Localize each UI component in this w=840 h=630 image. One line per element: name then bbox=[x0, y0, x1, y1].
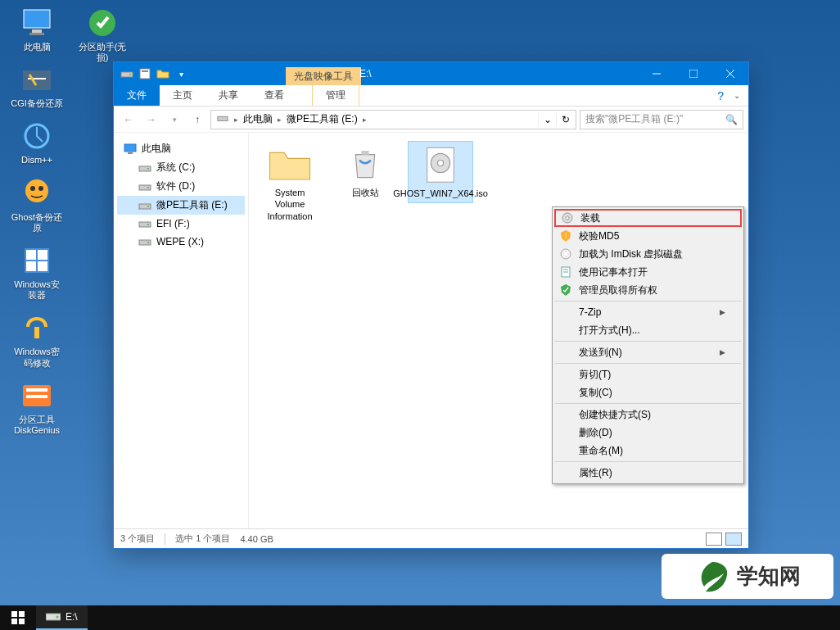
file-svi[interactable]: System Volume Information bbox=[257, 141, 323, 225]
file-label: 回收站 bbox=[352, 187, 379, 198]
sidebar-drive-x[interactable]: WEPE (X:) bbox=[117, 233, 245, 251]
desktop-icon-label: 此电脑 bbox=[24, 42, 51, 52]
search-icon[interactable]: 🔍 bbox=[725, 114, 738, 125]
sidebar-this-pc[interactable]: 此电脑 bbox=[117, 139, 245, 158]
desktop-icon-win-password-icon bbox=[20, 310, 54, 345]
chevron-right-icon[interactable]: ▸ bbox=[233, 116, 240, 124]
maximize-button[interactable] bbox=[675, 62, 711, 85]
svg-rect-3 bbox=[23, 70, 51, 90]
sidebar-drive-d[interactable]: 软件 (D:) bbox=[117, 177, 245, 196]
svg-rect-11 bbox=[26, 261, 36, 271]
tab-file[interactable]: 文件 bbox=[114, 84, 160, 106]
breadcrumb[interactable]: ▸ 此电脑 ▸ 微PE工具箱 (E:) ▸ ⌄ ↻ bbox=[210, 110, 576, 129]
nav-recent-button[interactable]: ▾ bbox=[165, 110, 184, 129]
view-icons-button[interactable] bbox=[725, 533, 742, 546]
desktop-icon-dism[interactable]: Dism++ bbox=[8, 117, 65, 167]
desktop-icon-win-password[interactable]: Windows密码修改 bbox=[8, 309, 65, 369]
drive-icon bbox=[138, 161, 151, 174]
breadcrumb-current[interactable]: 微PE工具箱 (E:) bbox=[283, 112, 361, 126]
tab-share[interactable]: 共享 bbox=[205, 84, 251, 106]
ctx-7zip[interactable]: 7-Zip▶ bbox=[554, 303, 742, 321]
menu-separator bbox=[555, 341, 741, 342]
tab-view[interactable]: 查看 bbox=[251, 84, 297, 106]
sidebar-label: 此电脑 bbox=[142, 142, 171, 156]
ctx-mount[interactable]: 装载 bbox=[554, 209, 742, 227]
svg-rect-12 bbox=[38, 261, 47, 271]
desktop-icon-partition-assist[interactable]: 分区助手(无损) bbox=[74, 4, 131, 65]
sidebar-drive-f[interactable]: EFI (F:) bbox=[117, 215, 245, 233]
breadcrumb-drive-icon[interactable] bbox=[213, 112, 233, 126]
ctx-md5[interactable]: !校验MD5 bbox=[554, 227, 742, 245]
desktop-icon-diskgenius[interactable]: 分区工具DiskGenius bbox=[8, 377, 65, 437]
ribbon-tabs: 文件 主页 共享 查看 管理 ⌄ ? bbox=[114, 85, 748, 107]
menu-item-label: 剪切(T) bbox=[579, 368, 611, 382]
desktop-icon-this-pc[interactable]: 此电脑 bbox=[8, 4, 65, 54]
menu-item-label: 7-Zip bbox=[579, 306, 601, 318]
drive-icon bbox=[138, 199, 151, 212]
windows-icon bbox=[11, 611, 25, 624]
menu-item-label: 重命名(M) bbox=[579, 444, 623, 458]
qat-properties-icon[interactable] bbox=[138, 67, 151, 80]
svg-rect-13 bbox=[34, 327, 39, 338]
ctx-openwith[interactable]: 打开方式(H)... bbox=[554, 321, 742, 339]
desktop-icon-ghost[interactable]: Ghost备份还原 bbox=[8, 174, 65, 235]
desktop-icon-label: Windows安装器 bbox=[10, 279, 64, 301]
close-button[interactable] bbox=[711, 62, 748, 85]
submenu-arrow-icon: ▶ bbox=[720, 348, 725, 356]
drive-icon bbox=[138, 180, 151, 193]
titlebar[interactable]: ▾ 光盘映像工具 E:\ bbox=[114, 62, 748, 85]
nav-up-button[interactable]: ↑ bbox=[187, 110, 207, 129]
desktop-icon-win-installer[interactable]: Windows安装器 bbox=[8, 242, 65, 302]
ctx-shortcut[interactable]: 创建快捷方式(S) bbox=[554, 406, 742, 424]
svg-point-34 bbox=[147, 206, 149, 207]
start-button[interactable] bbox=[0, 605, 36, 630]
refresh-button[interactable]: ↻ bbox=[556, 114, 574, 125]
search-input[interactable]: 搜索"微PE工具箱 (E:)" 🔍 bbox=[580, 110, 743, 129]
desktop-icon-cgi-backup[interactable]: CGI备份还原 bbox=[8, 61, 65, 111]
svg-rect-0 bbox=[24, 10, 50, 28]
qat-folder-icon[interactable] bbox=[156, 67, 169, 80]
qat-dropdown-icon[interactable]: ▾ bbox=[174, 67, 187, 80]
desktop: 此电脑CGI备份还原Dism++Ghost备份还原Windows安装器Windo… bbox=[0, 0, 840, 630]
tab-manage[interactable]: 管理 bbox=[312, 84, 359, 106]
minimize-button[interactable] bbox=[638, 62, 675, 85]
breadcrumb-dropdown-button[interactable]: ⌄ bbox=[538, 114, 556, 125]
ctx-notepad[interactable]: 使用记事本打开 bbox=[554, 263, 742, 281]
ctx-sendto[interactable]: 发送到(N)▶ bbox=[554, 343, 742, 361]
file-ghost-iso[interactable]: GHOST_WIN7_X64.iso bbox=[408, 141, 473, 203]
ctx-cut[interactable]: 剪切(T) bbox=[554, 365, 742, 383]
breadcrumb-root[interactable]: 此电脑 bbox=[240, 112, 276, 126]
svg-rect-21 bbox=[142, 70, 148, 72]
sidebar-drive-c[interactable]: 系统 (C:) bbox=[117, 158, 245, 177]
sidebar-drive-label: 软件 (D:) bbox=[156, 179, 195, 193]
view-details-button[interactable] bbox=[706, 533, 722, 546]
chevron-right-icon[interactable]: ▸ bbox=[361, 116, 368, 124]
svg-point-46 bbox=[564, 252, 567, 256]
folder-icon bbox=[267, 144, 313, 184]
nav-forward-button[interactable]: → bbox=[142, 110, 161, 129]
ctx-properties[interactable]: 属性(R) bbox=[554, 464, 742, 482]
svg-rect-26 bbox=[218, 116, 228, 120]
chevron-right-icon[interactable]: ▸ bbox=[276, 116, 283, 124]
ctx-imdisk[interactable]: 加载为 ImDisk 虚拟磁盘 bbox=[554, 245, 742, 263]
taskbar-item-explorer[interactable]: E:\ bbox=[36, 605, 88, 630]
drive-icon bbox=[138, 217, 151, 230]
menu-item-label: 装载 bbox=[580, 211, 600, 225]
ctx-copy[interactable]: 复制(C) bbox=[554, 383, 742, 401]
ribbon-expand-icon[interactable]: ⌄ bbox=[734, 91, 740, 100]
ctx-delete[interactable]: 删除(D) bbox=[554, 424, 742, 442]
help-icon[interactable]: ? bbox=[717, 89, 724, 102]
sidebar-drive-e[interactable]: 微PE工具箱 (E:) bbox=[117, 196, 245, 215]
file-recycle[interactable]: 回收站 bbox=[332, 141, 398, 202]
ctx-admin[interactable]: 管理员取得所有权 bbox=[554, 281, 742, 299]
nav-back-button[interactable]: ← bbox=[119, 110, 138, 129]
taskbar: E:\ bbox=[0, 605, 840, 630]
svg-text:!: ! bbox=[565, 232, 567, 240]
status-count: 3 个项目 bbox=[120, 533, 155, 545]
window-title: E:\ bbox=[359, 68, 372, 79]
watermark: 学知网 bbox=[662, 554, 833, 599]
svg-rect-10 bbox=[38, 250, 47, 260]
tab-home[interactable]: 主页 bbox=[160, 84, 205, 106]
file-pane[interactable]: System Volume Information回收站GHOST_WIN7_X… bbox=[249, 133, 748, 528]
ctx-rename[interactable]: 重命名(M) bbox=[554, 442, 742, 460]
